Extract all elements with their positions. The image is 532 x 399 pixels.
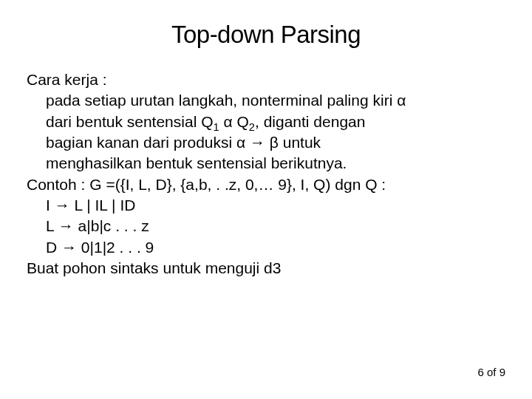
- text-span: α Q: [219, 113, 249, 130]
- page-number: 6 of 9: [477, 366, 505, 378]
- subscript: 2: [249, 121, 255, 133]
- text-line: Contoh : G =({I, L, D}, {a,b, . .z, 0,… …: [27, 174, 505, 195]
- text-line: dari bentuk sentensial Q1 α Q2, diganti …: [46, 112, 505, 132]
- text-line: D → 0|1|2 . . . 9: [46, 237, 505, 258]
- text-line: I → L | IL | ID: [46, 195, 505, 216]
- page-title: Top-down Parsing: [27, 21, 505, 49]
- text-line: pada setiap urutan langkah, nonterminal …: [46, 90, 505, 111]
- text-span: , diganti dengan: [255, 113, 365, 130]
- text-span: dari bentuk sentensial Q: [46, 113, 213, 130]
- slide-body: Cara kerja : pada setiap urutan langkah,…: [27, 69, 505, 279]
- text-line: Buat pohon sintaks untuk menguji d3: [27, 258, 505, 279]
- text-line: bagian kanan dari produksi α → β untuk: [46, 132, 505, 153]
- text-line: menghasilkan bentuk sentensial berikutny…: [46, 153, 505, 174]
- subscript: 1: [213, 121, 219, 133]
- text-line: L → a|b|c . . . z: [46, 216, 505, 236]
- text-line: Cara kerja :: [27, 69, 505, 90]
